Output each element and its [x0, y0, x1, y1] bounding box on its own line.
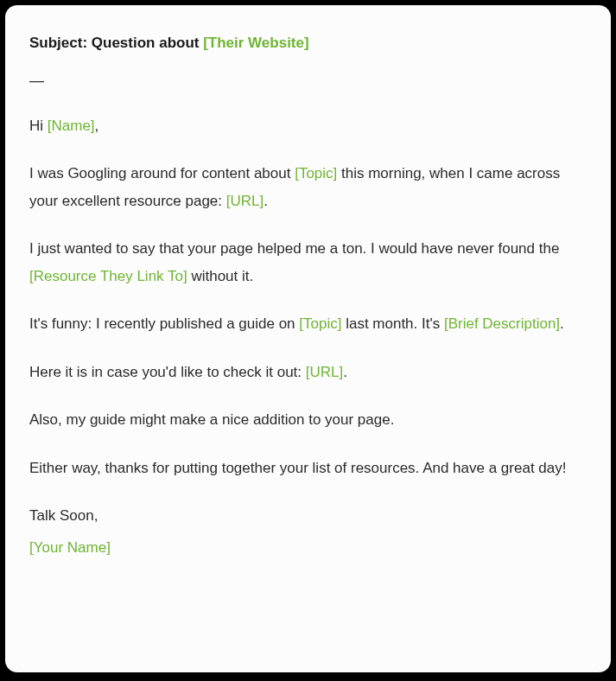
p4-text-2: . — [343, 364, 347, 380]
paragraph-1: I was Googling around for content about … — [29, 160, 587, 214]
email-template-card: Subject: Question about [Their Website] … — [5, 5, 611, 672]
greeting-pre: Hi — [29, 118, 48, 134]
p3-topic-placeholder: [Topic] — [299, 315, 341, 332]
subject-label: Subject: Question about — [29, 35, 203, 51]
p1-text-1: I was Googling around for content about — [29, 165, 295, 181]
p1-url-placeholder: [URL] — [226, 193, 264, 209]
signature: [Your Name] — [29, 534, 587, 561]
p3-text-2: last month. It's — [341, 315, 444, 332]
p1-topic-placeholder: [Topic] — [295, 165, 337, 181]
p2-text-1: I just wanted to say that your page help… — [29, 240, 559, 257]
paragraph-6: Either way, thanks for putting together … — [29, 455, 587, 481]
greeting-name-placeholder: [Name] — [48, 118, 95, 134]
signoff: Talk Soon, — [29, 502, 587, 529]
paragraph-5: Also, my guide might make a nice additio… — [29, 406, 587, 433]
subject-placeholder: [Their Website] — [203, 35, 308, 51]
p4-text-1: Here it is in case you'd like to check i… — [29, 364, 306, 380]
signature-placeholder: [Your Name] — [29, 539, 111, 556]
p3-description-placeholder: [Brief Description] — [444, 315, 560, 332]
greeting: Hi [Name], — [29, 112, 587, 139]
greeting-post: , — [95, 118, 99, 134]
p3-text-1: It's funny: I recently published a guide… — [29, 315, 299, 332]
divider: — — [29, 73, 587, 90]
p4-url-placeholder: [URL] — [306, 364, 343, 380]
paragraph-4: Here it is in case you'd like to check i… — [29, 359, 587, 385]
p2-text-2: without it. — [187, 268, 254, 284]
subject-line: Subject: Question about [Their Website] — [29, 35, 587, 52]
paragraph-2: I just wanted to say that your page help… — [29, 235, 587, 290]
p3-text-3: . — [560, 315, 564, 332]
p1-text-3: . — [264, 193, 268, 209]
paragraph-3: It's funny: I recently published a guide… — [29, 310, 587, 337]
p2-resource-placeholder: [Resource They Link To] — [29, 268, 187, 284]
